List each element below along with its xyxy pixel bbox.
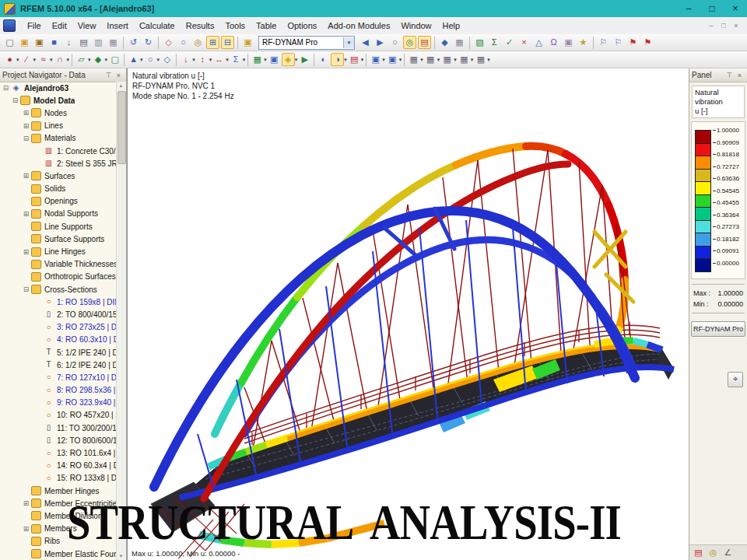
menu-item[interactable]: Edit [47,18,72,34]
result-colors-icon[interactable]: ▤ [348,53,361,66]
lamp-icon[interactable]: ◎ [707,547,719,558]
display-props-icon[interactable]: ▣ [369,53,382,66]
tree-item[interactable]: Orthotropic Surfaces and Membra [0,271,117,283]
minimize-icon[interactable]: – [677,0,700,17]
menu-item[interactable]: File [22,18,47,34]
close-icon[interactable]: × [735,72,745,79]
tree-item[interactable]: ○ 14: RO 60.3x4 | DIN 2448, DIN 2 [0,460,117,472]
undo-icon[interactable]: ↺ [127,36,140,49]
tree-item[interactable]: ▥ 1: Concrete C30/37 | EN 1992-1 [0,145,117,157]
tree-item[interactable]: ○ 8: RO 298.5x36 | DIN 2448, DIN [0,384,117,397]
tree-item[interactable]: Surface Supports [0,233,117,245]
menu-item[interactable]: Help [437,18,466,34]
mesh-icon[interactable]: ▧ [473,36,486,49]
tree-expander-icon[interactable]: ⊞ [22,109,30,117]
tree-item[interactable]: Variable Thicknesses [0,258,117,271]
tree-item[interactable]: Solids [0,183,117,195]
tree-expander-icon[interactable]: ⊞ [22,525,30,533]
tree-item[interactable]: ⊟ ◈ Alejandro63 [0,82,117,94]
render-view-icon[interactable]: ◎ [403,36,416,49]
tree-expander-icon[interactable]: ⊞ [22,210,30,218]
numbering-members-icon[interactable]: ▦ [440,53,454,66]
camera-icon[interactable]: ▤ [418,36,431,49]
numbering-cases-icon[interactable]: ▦ [474,53,487,66]
redo-icon[interactable]: ↻ [142,36,155,49]
pin-icon[interactable]: ⊤ [724,72,735,79]
separator[interactable] [366,54,366,66]
model-viewport[interactable]: Natural vibration u [-]RF-DYNAM Pro, NVC… [127,68,689,560]
close-icon[interactable]: × [114,72,124,79]
tree-item[interactable]: ▯ 12: TO 800/600/15/15/25/25; S [0,434,117,446]
isometry-icon[interactable]: ◆ [438,36,451,49]
print-icon[interactable]: ▤ [77,36,90,49]
menu-item[interactable]: Options [282,18,322,34]
scroll-down-icon[interactable]: ▼ [117,554,125,558]
menu-item[interactable]: Table [251,18,282,34]
results-icon[interactable]: ◈ [282,53,295,66]
child-close-icon[interactable]: × [730,18,742,33]
scroll-up-icon[interactable]: ▲ [117,83,125,88]
tree-item[interactable]: ⊟ Model Data [0,94,117,107]
nodal-load-icon[interactable]: ↓ [179,53,192,66]
tree-expander-icon[interactable]: ⊟ [22,135,30,142]
import-icon[interactable]: ↓ [62,36,75,49]
tree-expander-icon[interactable]: ⊟ [22,285,30,293]
new-file-icon[interactable]: ▢ [3,36,16,49]
tree-item[interactable]: ⊞ Nodal Supports [0,208,117,220]
flag-red-icon[interactable]: ⚑ [626,36,640,49]
child-restore-icon[interactable]: □ [717,18,730,33]
hinge-tool-icon[interactable]: ○ [144,53,157,66]
tree-item[interactable]: ⊟ Cross-Sections [0,283,117,296]
tree-item[interactable]: ▯ 2: TO 800/400/15/15/25/25; Ste [0,308,117,320]
tree-item[interactable]: ▥ 2: Steel S 355 JR | DB SE-A:2007 [0,157,117,170]
tree-item[interactable]: ○ 7: RO 127x10 | DIN 2448, DIN 2 [0,371,117,383]
copy-icon[interactable]: ▥ [92,36,105,49]
arc-tool-icon[interactable]: ∩ [54,53,67,66]
tree-item[interactable]: ○ 13: RO 101.6x4 | DIN 2448, DIN [0,446,117,459]
panel-display-button[interactable]: ⌖ [728,372,743,387]
numbering-nodes-icon[interactable]: ▦ [407,53,420,66]
surface-load-icon[interactable]: ↔ [212,53,226,66]
tree-item[interactable]: ○ 9: RO 323.9x40 | DIN 2448, DIN [0,397,117,409]
edit-icon[interactable]: ◇ [162,36,175,49]
save-icon[interactable]: ■ [47,36,61,49]
solid-tool-icon[interactable]: ◆ [92,53,105,66]
wand-icon[interactable]: ★ [577,36,590,49]
tree-item[interactable]: T 5: 1/2 IPE 240 | DIN 1025-5:199 [0,346,117,359]
table-dock-icon[interactable]: ⊟ [221,36,234,49]
tree-item[interactable]: ○ 10: RO 457x20 | DIN 2448, DIN 2 [0,409,117,422]
rotate-icon[interactable]: ◎ [191,36,205,49]
menu-item[interactable]: Window [395,18,437,34]
render-mode-icon[interactable]: ◑ [331,53,344,66]
check-icon[interactable]: ✓ [503,36,516,49]
flag-red2-icon[interactable]: ⚑ [641,36,654,49]
surface-tool-icon[interactable]: ▱ [75,53,88,66]
tree-expander-icon[interactable]: ⊟ [11,96,19,104]
tree-expander-icon[interactable]: ⊞ [22,499,30,507]
module-combobox[interactable]: RF-DYNAM Pro ▾ [258,36,355,50]
separator[interactable] [434,37,435,49]
separator[interactable] [158,37,159,49]
prev-view-icon[interactable]: ◀ [359,36,372,49]
clipboard-icon[interactable]: ▣ [562,36,575,49]
flag-blue-icon[interactable]: ⚐ [597,36,610,49]
menu-item[interactable]: Results [181,18,220,34]
zoom-window-icon[interactable]: ○ [388,36,402,49]
tree-item[interactable]: ○ 3: RO 273x25 | DIN 2448, DIN 2 [0,321,117,334]
tree-item[interactable]: ○ 4: RO 60.3x10 | DIN 2448, DIN 2 [0,334,117,346]
clip-plane-icon[interactable]: ◐ [317,53,330,66]
tree-item[interactable]: Openings [0,195,117,208]
tree-item[interactable]: ○ 15: RO 133x8 | DIN 2448, DIN 2 [0,472,117,485]
mesh-generate-icon[interactable]: ▦ [251,53,264,66]
tree-expander-icon[interactable]: ⊞ [22,172,30,180]
numbering-surfaces-icon[interactable]: ▦ [458,53,471,66]
tree-item[interactable]: ⊞ Lines [0,120,117,132]
node-tool-icon[interactable]: ● [3,53,16,66]
tree-item[interactable]: ⊞ Line Hinges [0,245,117,257]
menu-item[interactable]: Calculate [134,18,181,34]
animation-icon[interactable]: ▶ [298,53,311,66]
chevron-down-icon[interactable]: ▾ [487,57,490,63]
tree-item[interactable]: ○ 1: RO 159x8 | DIN 2448, DIN 245 [0,296,117,308]
separator[interactable] [469,37,470,49]
menu-item[interactable]: View [72,18,102,34]
